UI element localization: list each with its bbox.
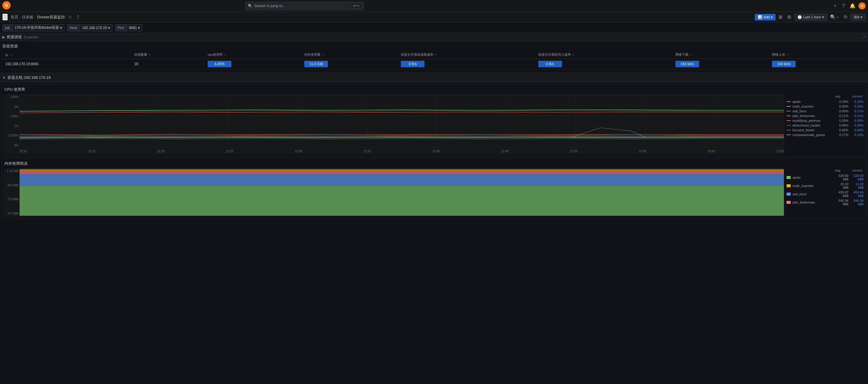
col-cpu[interactable]: cpu使用率 ▽ bbox=[205, 51, 301, 59]
settings-button[interactable]: ⚙ bbox=[785, 13, 793, 21]
resource-browser-row[interactable]: ▶ 资源浏览 (0 panels) ⤢ bbox=[0, 33, 868, 41]
breadcrumb-home[interactable]: 首页 bbox=[11, 14, 19, 20]
breadcrumb-dashboard[interactable]: 仪表板 bbox=[22, 14, 33, 20]
memory-legend-name-jolly: jolly_lichterman bbox=[793, 201, 833, 204]
filter-port-value[interactable]: 8081 ▾ bbox=[127, 24, 143, 31]
host-section-title: 容器主机:192.168.170.19 bbox=[7, 75, 51, 80]
svg-marker-5 bbox=[20, 170, 784, 170]
add-label: Add bbox=[764, 15, 770, 19]
cpu-chart-title: CPU 使用率 bbox=[4, 87, 864, 92]
cpu-chart-panel: CPU 使用率 2.50% 2% 1.50% 1% 0.500% 0% bbox=[2, 84, 866, 156]
breadcrumb-sep-2: › bbox=[35, 15, 36, 19]
refresh-interval-button[interactable]: 30s ▾ bbox=[850, 13, 866, 21]
time-range-button[interactable]: 🕐 Last 1 hour ▾ bbox=[794, 13, 827, 21]
x-label-6: 22:40 bbox=[433, 150, 440, 153]
refresh-button[interactable]: ↻ bbox=[842, 13, 849, 21]
col-containers[interactable]: 容器数量 ▽ bbox=[131, 51, 205, 59]
memory-legend-name-sad-benz: sad_benz bbox=[793, 192, 833, 196]
host-collapse-icon: ▼ bbox=[2, 76, 6, 80]
netup-value: 184 kb/s bbox=[772, 61, 796, 67]
tv-mode-button[interactable]: ⊞ bbox=[777, 13, 784, 21]
topbar-help-button[interactable]: ? bbox=[840, 2, 847, 10]
legend-name-determined: determined_haslett bbox=[793, 123, 833, 127]
filter-port-label: Port bbox=[115, 24, 127, 31]
sort-netup-icon: ▽ bbox=[786, 53, 788, 56]
x-label-3: 22:25 bbox=[226, 150, 234, 153]
legend-color-jolly bbox=[786, 116, 791, 116]
legend-avg-determined: 0.08% bbox=[835, 123, 848, 127]
legend-item-determined: determined_haslett 0.08% 0.09% bbox=[786, 123, 864, 128]
legend-avg-compassionate: 0.17% bbox=[835, 133, 848, 137]
add-button[interactable]: 📊 Add ▾ bbox=[755, 14, 776, 21]
svg-marker-3 bbox=[20, 174, 784, 186]
fswrite-value: 0 B/s bbox=[538, 61, 562, 67]
legend-avg-jolly: 0.11% bbox=[835, 114, 848, 118]
menu-icon[interactable]: ☰ bbox=[2, 13, 8, 21]
fsread-value: 0 B/s bbox=[401, 61, 425, 67]
add-icon: 📊 bbox=[758, 15, 762, 19]
breadcrumb-sep-1: › bbox=[20, 15, 21, 19]
topbar-notifications-button[interactable]: 🔔 bbox=[848, 2, 857, 10]
x-label-7: 22:45 bbox=[501, 150, 509, 153]
x-label-4: 22:30 bbox=[295, 150, 302, 153]
resource-browser-subtitle: (0 panels) bbox=[24, 35, 38, 39]
svg-text:G: G bbox=[5, 3, 8, 8]
col-net-up[interactable]: 网络上传 ▽ bbox=[769, 51, 866, 59]
legend-current-jolly: 0.11% bbox=[850, 114, 864, 118]
memory-legend-current-header: current bbox=[852, 169, 862, 172]
legend-item-sad-benz: sad_benz 0.09% 0.11% bbox=[786, 109, 864, 114]
breadcrumb: 首页 › 仪表板 › Docker容器监控 bbox=[11, 14, 65, 20]
legend-avg-node-exporter: 0.09% bbox=[835, 105, 848, 108]
memory-legend-item-node-exporter: node_exporter 10.33 MiB 11.02 MiB bbox=[786, 182, 864, 190]
host-section-header[interactable]: ▼ 容器主机:192.168.170.19 bbox=[0, 73, 868, 82]
memory-chart-title: 内存使用情况 bbox=[4, 161, 864, 166]
sort-netdown-icon: ▽ bbox=[690, 53, 692, 56]
filter-host: Host 192.168.170.19 ▾ bbox=[67, 24, 112, 31]
avatar[interactable]: U bbox=[859, 2, 866, 9]
x-label-10: 23:00 bbox=[708, 150, 715, 153]
legend-name-jolly: jolly_lichterman bbox=[793, 114, 833, 118]
cell-net-down: 163 kb/s bbox=[673, 59, 769, 69]
legend-name-sad-benz: sad_benz bbox=[793, 109, 833, 113]
col-memory[interactable]: 内存使用量 ▽ bbox=[301, 51, 398, 59]
svg-marker-4 bbox=[20, 171, 784, 174]
topbar: G 🔍 Search or jump to... ctrl+k ＋ ? 🔔 U bbox=[0, 0, 868, 12]
table-header-row: ip ↑▽ 容器数量 ▽ cpu使用率 ▽ 内存使用量 ▽ 容器文件系统读取速率 bbox=[2, 51, 866, 59]
cpu-legend-header: avg current bbox=[786, 94, 864, 98]
filterbar: job 170-19-开发环境docker容器 ▾ Host 192.168.1… bbox=[0, 23, 868, 33]
y-label-0: 2.50% bbox=[5, 95, 19, 99]
search-bar[interactable]: 🔍 Search or jump to... ctrl+k bbox=[245, 2, 364, 10]
zoom-out-button[interactable]: 🔍− bbox=[828, 13, 840, 21]
svg-marker-6 bbox=[20, 169, 784, 170]
y-label-1: 2% bbox=[5, 105, 19, 109]
filter-host-value[interactable]: 192.168.170.19 ▾ bbox=[80, 24, 112, 31]
legend-color-compassionate bbox=[786, 135, 791, 135]
cell-cpu: 4.45% bbox=[205, 59, 301, 69]
cell-ip: 192.168.170.19:8081 bbox=[2, 59, 131, 69]
sort-asc-icon: ↑▽ bbox=[9, 54, 13, 57]
star-button[interactable]: ☆ bbox=[67, 14, 73, 21]
topbar-plus-button[interactable]: ＋ bbox=[831, 1, 839, 10]
legend-name-compassionate: compassionate_gauss bbox=[793, 133, 833, 137]
search-shortcut: ctrl+k bbox=[351, 4, 361, 8]
memory-y-label-0: 1.16 GiB bbox=[5, 170, 19, 173]
col-fs-write[interactable]: 容器文件系统写入速率 ▽ bbox=[535, 51, 673, 59]
col-ip[interactable]: ip ↑▽ bbox=[2, 51, 131, 59]
cpu-y-axis: 2.50% 2% 1.50% 1% 0.500% 0% bbox=[5, 95, 20, 148]
legend-current-mystifying: 0.30% bbox=[850, 119, 864, 122]
col-fs-read[interactable]: 容器文件系统读取速率 ▽ bbox=[398, 51, 535, 59]
memory-legend: avg current apisix 529.89 MiB 529.93 MiB… bbox=[786, 169, 864, 216]
filter-job-value[interactable]: 170-19-开发环境docker容器 ▾ bbox=[12, 24, 65, 31]
refresh-interval-chevron-icon: ▾ bbox=[861, 15, 862, 19]
col-net-down[interactable]: 网络下载 ▽ bbox=[673, 51, 769, 59]
memory-legend-avg-apisix: 529.89 MiB bbox=[835, 174, 848, 181]
memory-legend-current-node-exporter: 11.02 MiB bbox=[850, 182, 864, 189]
memory-value: 11.0 GiB bbox=[304, 61, 328, 67]
share-button[interactable]: ⤴ bbox=[75, 14, 81, 20]
legend-item-compassionate: compassionate_gauss 0.17% 0.13% bbox=[786, 132, 864, 137]
legend-current-sad-benz: 0.11% bbox=[850, 109, 864, 113]
svg-marker-2 bbox=[20, 185, 784, 216]
legend-item-mystifying: mystifying_perlman 0.29% 0.30% bbox=[786, 118, 864, 123]
filter-job-label: job bbox=[2, 24, 12, 31]
legend-item-focused: focused_feistel 0.09% 0.08% bbox=[786, 128, 864, 132]
